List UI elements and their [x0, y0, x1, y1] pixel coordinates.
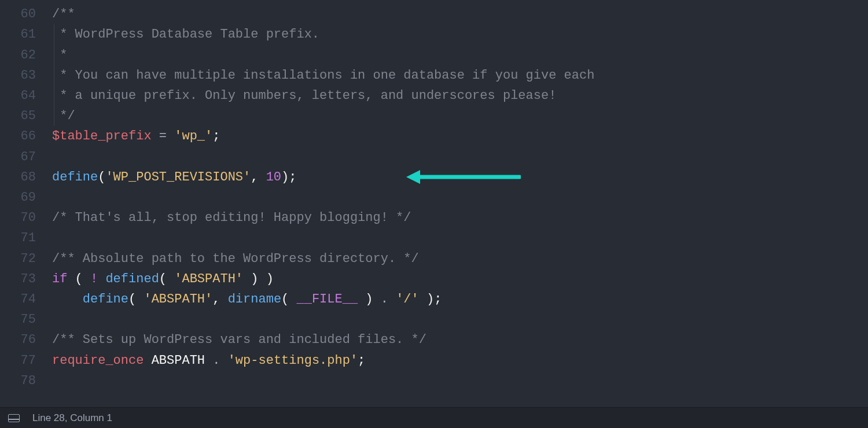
code-line[interactable]: 70/* That's all, stop editing! Happy blo…: [0, 208, 868, 228]
line-number: 75: [0, 309, 52, 330]
code-content[interactable]: require_once ABSPATH . 'wp-settings.php'…: [52, 350, 868, 371]
code-line[interactable]: 65 */: [0, 106, 868, 126]
code-line[interactable]: 60/**: [0, 4, 868, 24]
code-line[interactable]: 73if ( ! defined( 'ABSPATH' ) ): [0, 269, 868, 289]
line-number: 69: [0, 187, 52, 208]
panel-icon[interactable]: [8, 414, 20, 422]
line-number: 76: [0, 330, 52, 350]
code-content[interactable]: * You can have multiple installations in…: [52, 65, 868, 86]
status-bar: Line 28, Column 1: [0, 407, 868, 428]
line-number: 68: [0, 167, 52, 187]
code-content[interactable]: /* That's all, stop editing! Happy blogg…: [52, 208, 868, 228]
line-number: 78: [0, 371, 52, 391]
line-number: 62: [0, 45, 52, 65]
line-number: 60: [0, 4, 52, 24]
line-number: 67: [0, 147, 52, 167]
code-content[interactable]: * WordPress Database Table prefix.: [52, 24, 868, 45]
code-line[interactable]: 75: [0, 309, 868, 330]
code-line[interactable]: 78: [0, 371, 868, 391]
line-number: 74: [0, 289, 52, 309]
code-content[interactable]: /** Sets up WordPress vars and included …: [52, 330, 868, 350]
code-line[interactable]: 77require_once ABSPATH . 'wp-settings.ph…: [0, 350, 868, 371]
code-line[interactable]: 76/** Sets up WordPress vars and include…: [0, 330, 868, 350]
code-content[interactable]: define( 'ABSPATH', dirname( __FILE__ ) .…: [52, 289, 868, 309]
line-number: 59: [0, 0, 52, 4]
code-line[interactable]: 71: [0, 228, 868, 248]
line-number: 77: [0, 350, 52, 371]
code-line[interactable]: 61 * WordPress Database Table prefix.: [0, 24, 868, 45]
line-number: 63: [0, 65, 52, 86]
line-number: 66: [0, 126, 52, 146]
line-number: 64: [0, 86, 52, 106]
line-number: 65: [0, 106, 52, 126]
code-line[interactable]: 63 * You can have multiple installations…: [0, 65, 868, 86]
code-content[interactable]: /**: [52, 4, 868, 24]
code-content[interactable]: if ( ! defined( 'ABSPATH' ) ): [52, 269, 868, 289]
cursor-position-indicator[interactable]: Line 28, Column 1: [32, 412, 112, 424]
code-content[interactable]: */: [52, 106, 868, 126]
annotation-arrow: [405, 168, 521, 186]
code-line[interactable]: 59: [0, 0, 868, 4]
code-line[interactable]: 69: [0, 187, 868, 208]
svg-marker-1: [406, 170, 420, 184]
code-line[interactable]: 64 * a unique prefix. Only numbers, lett…: [0, 86, 868, 106]
line-number: 72: [0, 249, 52, 269]
code-line[interactable]: 74 define( 'ABSPATH', dirname( __FILE__ …: [0, 289, 868, 309]
code-content[interactable]: $table_prefix = 'wp_';: [52, 126, 868, 146]
line-number: 71: [0, 228, 52, 248]
code-line[interactable]: 72/** Absolute path to the WordPress dir…: [0, 249, 868, 269]
line-number: 70: [0, 208, 52, 228]
code-line[interactable]: 62 *: [0, 45, 868, 65]
code-line[interactable]: 66$table_prefix = 'wp_';: [0, 126, 868, 146]
code-editor[interactable]: 5960/**61 * WordPress Database Table pre…: [0, 0, 868, 407]
line-number: 73: [0, 269, 52, 289]
code-content[interactable]: *: [52, 45, 868, 65]
code-content[interactable]: /** Absolute path to the WordPress direc…: [52, 249, 868, 269]
code-line[interactable]: 67: [0, 147, 868, 167]
line-number: 61: [0, 24, 52, 45]
code-content[interactable]: * a unique prefix. Only numbers, letters…: [52, 86, 868, 106]
